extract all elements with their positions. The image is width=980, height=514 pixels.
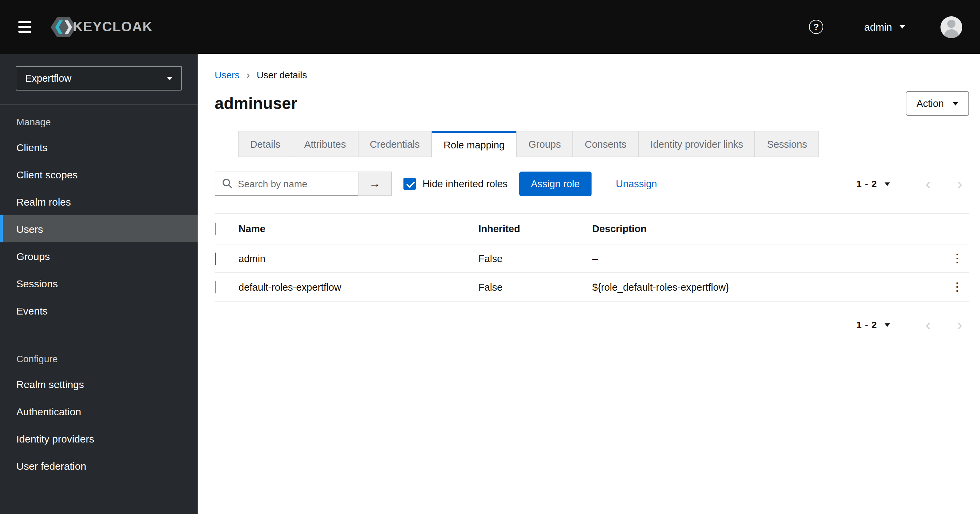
chevron-left-icon: ‹ — [926, 174, 931, 193]
sidebar-item-realm-settings[interactable]: Realm settings — [0, 370, 197, 398]
user-menu-label: admin — [864, 21, 892, 33]
select-all-checkbox[interactable] — [215, 223, 216, 235]
unassign-link[interactable]: Unassign — [616, 178, 657, 189]
realm-selector-value: Expertflow — [25, 73, 71, 84]
sidebar-item-label: Realm settings — [16, 378, 84, 390]
tab-role-mapping[interactable]: Role mapping — [431, 131, 517, 157]
row-kebab-button[interactable]: ⋮ — [945, 280, 969, 294]
sidebar-item-label: Users — [16, 223, 43, 235]
sidebar-item-client-scopes[interactable]: Client scopes — [0, 161, 197, 188]
pagination-next-button[interactable]: › — [950, 317, 969, 333]
kebab-icon: ⋮ — [951, 281, 963, 293]
pagination-range-dropdown[interactable]: 1 - 2 — [856, 178, 890, 189]
masthead: KEYCLOAK ? admin — [0, 0, 980, 54]
role-inherited-cell: False — [479, 253, 592, 264]
hide-inherited-checkbox[interactable] — [403, 178, 416, 190]
sidebar-item-groups[interactable]: Groups — [0, 242, 197, 270]
assign-role-button[interactable]: Assign role — [519, 171, 591, 196]
question-circle-icon: ? — [809, 20, 823, 34]
sidebar-item-label: Identity providers — [16, 433, 94, 444]
sidebar-item-identity-providers[interactable]: Identity providers — [0, 425, 197, 452]
kebab-icon: ⋮ — [951, 252, 963, 265]
pagination-range-label: 1 - 2 — [856, 178, 877, 189]
pagination-range-dropdown[interactable]: 1 - 2 — [856, 319, 890, 330]
sidebar-item-label: Realm roles — [16, 196, 71, 207]
breadcrumb-link-users[interactable]: Users — [215, 69, 240, 80]
row-check-cell — [215, 281, 239, 292]
tab-label: Details — [250, 138, 280, 149]
keycloak-admin-console: KEYCLOAK ? admin Expertflow Manage Clien… — [0, 0, 980, 514]
sidebar-item-label: Events — [16, 305, 48, 316]
sidebar-item-clients[interactable]: Clients — [0, 133, 197, 161]
tab-label: Credentials — [370, 138, 420, 149]
avatar[interactable] — [940, 16, 962, 38]
tab-details[interactable]: Details — [238, 131, 293, 157]
chevron-left-icon: ‹ — [926, 315, 931, 333]
realm-selector[interactable]: Expertflow — [16, 66, 182, 90]
tab-identity-provider-links[interactable]: Identity provider links — [638, 131, 755, 157]
table-header: Name Inherited Description — [215, 213, 969, 244]
sidebar-item-label: Authentication — [16, 405, 81, 417]
breadcrumb-separator-icon: › — [247, 69, 250, 80]
chevron-down-icon — [167, 76, 172, 80]
sidebar-item-sessions[interactable]: Sessions — [0, 270, 197, 297]
arrow-right-icon: → — [369, 177, 380, 190]
role-name-cell: admin — [239, 253, 479, 264]
main-layout: Expertflow Manage Clients Client scopes … — [0, 54, 980, 514]
main-content: Users › User details adminuser Action De… — [197, 54, 980, 514]
keycloak-logo-text: KEYCLOAK — [73, 19, 153, 35]
sidebar-item-users[interactable]: Users — [0, 215, 197, 242]
role-name-cell: default-roles-expertflow — [239, 281, 479, 292]
tab-groups[interactable]: Groups — [516, 131, 573, 157]
row-check-cell — [215, 253, 239, 264]
sidebar-item-label: Client scopes — [16, 168, 78, 180]
tab-sessions[interactable]: Sessions — [755, 131, 819, 157]
sidebar-item-user-federation[interactable]: User federation — [0, 452, 197, 479]
hamburger-icon — [18, 21, 31, 23]
sidebar-item-label: Clients — [16, 141, 48, 153]
sidebar-item-label: Groups — [16, 250, 50, 262]
tab-label: Consents — [585, 138, 627, 149]
role-description-cell: ${role_default-roles-expertflow} — [592, 281, 942, 292]
sidebar-item-realm-roles[interactable]: Realm roles — [0, 188, 197, 215]
tab-consents[interactable]: Consents — [573, 131, 639, 157]
tab-attributes[interactable]: Attributes — [292, 131, 358, 157]
role-inherited-cell: False — [479, 281, 592, 292]
nav-section-configure: Configure Realm settings Authentication … — [0, 342, 197, 479]
chevron-down-icon — [885, 323, 890, 327]
row-checkbox[interactable] — [215, 281, 216, 293]
search-submit-button[interactable]: → — [358, 171, 392, 196]
chevron-down-icon — [953, 102, 958, 105]
hide-inherited-roles-control: Hide inherited roles — [403, 178, 508, 190]
chevron-right-icon: › — [957, 174, 962, 193]
sidebar-item-events[interactable]: Events — [0, 297, 197, 324]
help-button[interactable]: ? — [809, 20, 823, 34]
page-title: adminuser — [215, 94, 298, 113]
search-input[interactable] — [215, 171, 358, 196]
roles-table: Name Inherited Description admin False –… — [215, 213, 969, 301]
pagination-prev-button[interactable]: ‹ — [919, 317, 938, 333]
row-checkbox[interactable] — [215, 252, 216, 265]
nav-section-label-configure: Configure — [0, 342, 197, 370]
tab-credentials[interactable]: Credentials — [358, 131, 432, 157]
row-actions-cell: ⋮ — [942, 251, 969, 265]
top-pagination: 1 - 2 ‹ › — [856, 176, 969, 192]
bottom-pagination: 1 - 2 ‹ › — [215, 317, 969, 333]
select-all-cell — [215, 223, 239, 234]
pagination-range-label: 1 - 2 — [856, 319, 877, 330]
row-kebab-button[interactable]: ⋮ — [945, 251, 969, 265]
sidebar-item-authentication[interactable]: Authentication — [0, 398, 197, 425]
user-menu-button[interactable]: admin — [864, 21, 905, 33]
action-dropdown-label: Action — [916, 98, 944, 109]
toolbar: → Hide inherited roles Assign role Unass… — [215, 171, 969, 196]
pagination-next-button[interactable]: › — [950, 176, 969, 192]
nav-toggle-button[interactable] — [0, 0, 49, 54]
nav-section-manage: Manage Clients Client scopes Realm roles… — [0, 105, 197, 324]
column-header-inherited: Inherited — [479, 223, 592, 234]
sidebar-item-label: User federation — [16, 460, 86, 471]
breadcrumb-current: User details — [256, 69, 307, 80]
table-row: admin False – ⋮ — [215, 244, 969, 273]
action-dropdown-button[interactable]: Action — [905, 91, 969, 116]
pagination-prev-button[interactable]: ‹ — [919, 176, 938, 192]
title-row: adminuser Action — [215, 91, 969, 116]
